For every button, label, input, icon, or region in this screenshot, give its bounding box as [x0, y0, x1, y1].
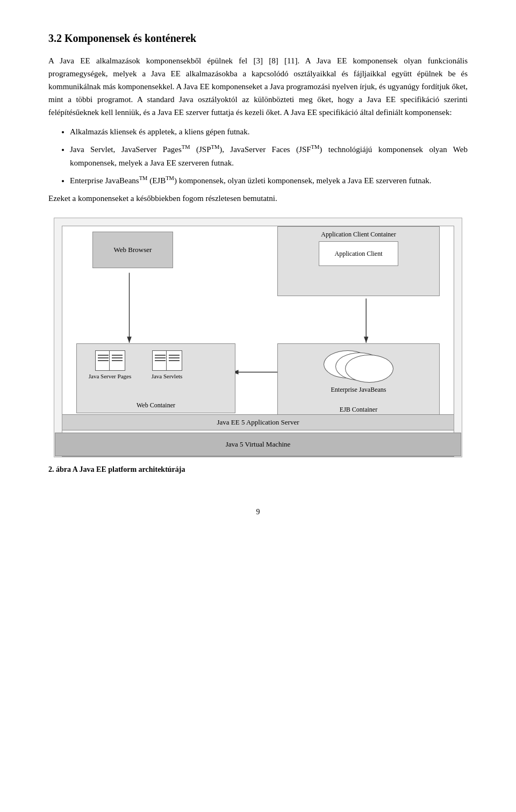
web-container-label: Web Container	[77, 401, 235, 409]
app-client-container-label: Application Client Container	[278, 227, 439, 241]
servlet-group: Java Servlets	[141, 350, 192, 379]
app-client-inner-box: Application Client	[319, 241, 398, 266]
servlet-label: Java Servlets	[141, 373, 192, 379]
ejb-container-box: Enterprise JavaBeans EJB Container	[277, 343, 440, 419]
jsp-group: Java Server Pages	[84, 350, 135, 379]
bullet-3: Enterprise JavaBeansTM (EJBTM) komponens…	[70, 174, 468, 188]
diagram-inner: Web Browser Java Server Pages	[62, 226, 454, 457]
jsp-label: Java Server Pages	[84, 373, 135, 379]
ejb-beans-label: Enterprise JavaBeans	[278, 386, 439, 394]
web-container-box: Java Server Pages Java Servlets Web Cont…	[76, 343, 235, 413]
post-paragraph: Ezeket a komponenseket a későbbiekben fo…	[48, 192, 468, 205]
app-client-container-box: Application Client Container Application…	[277, 226, 440, 296]
section-heading: 3.2 Komponensek és konténerek	[48, 32, 468, 45]
ejb-container-label: EJB Container	[278, 406, 439, 414]
bullet-2: Java Servlet, JavaServer PagesTM (JSPTM)…	[70, 142, 468, 170]
server-bar: Java EE 5 Application Server	[62, 414, 454, 430]
web-browser-box: Web Browser	[92, 232, 173, 268]
ejb-ellipses-group	[324, 350, 393, 383]
bullet-1: Alkalmazás kliensek és appletek, a klien…	[70, 125, 468, 139]
figure-caption: 2. ábra A Java EE platform architektúráj…	[48, 464, 468, 476]
vm-bar: Java 5 Virtual Machine	[55, 433, 461, 456]
diagram-container: Web Browser Java Server Pages	[54, 218, 462, 457]
bullet-list: Alkalmazás kliensek és appletek, a klien…	[70, 125, 468, 188]
page-number: 9	[48, 508, 468, 516]
main-paragraph: A Java EE alkalmazások komponensekből ép…	[48, 54, 468, 119]
